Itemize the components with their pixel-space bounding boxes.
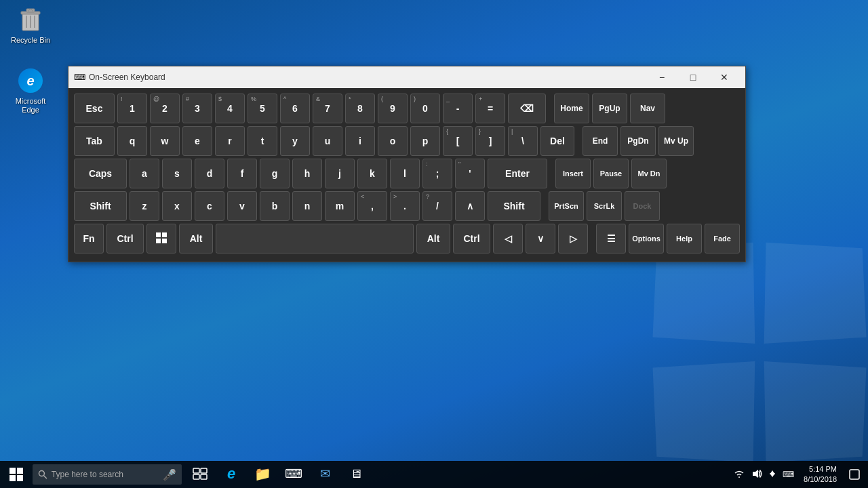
key-2[interactable]: @2 <box>150 94 180 123</box>
key-ctrl-left[interactable]: Ctrl <box>106 224 144 253</box>
key-lbracket[interactable]: {[ <box>443 126 473 156</box>
taskbar-app-mail[interactable]: ✉ <box>309 461 340 488</box>
key-left[interactable]: ◁ <box>493 224 523 253</box>
key-z[interactable]: z <box>130 191 159 221</box>
key-f[interactable]: f <box>227 159 257 188</box>
taskbar-notification-center[interactable] <box>844 461 865 488</box>
key-down[interactable]: ∨ <box>526 224 555 253</box>
key-tab[interactable]: Tab <box>74 126 115 156</box>
taskbar-clock[interactable]: 5:14 PM 8/10/2018 <box>798 464 842 485</box>
key-space[interactable] <box>216 224 414 253</box>
key-a[interactable]: a <box>130 159 159 188</box>
tray-network-icon[interactable] <box>731 469 747 481</box>
desktop-icon-edge[interactable]: e Microsoft Edge <box>3 64 58 117</box>
key-caps[interactable]: Caps <box>74 159 127 188</box>
key-dock[interactable]: Dock <box>625 191 660 221</box>
taskbar-search-bar[interactable]: 🎤 <box>33 464 182 485</box>
key-insert[interactable]: Insert <box>555 159 591 188</box>
key-rbracket[interactable]: }] <box>475 126 505 156</box>
taskbar-app-other[interactable]: 🖥 <box>340 461 372 488</box>
key-minus[interactable]: _- <box>443 94 473 123</box>
key-j[interactable]: j <box>325 159 355 188</box>
key-ctrl-right[interactable]: Ctrl <box>453 224 490 253</box>
key-h[interactable]: h <box>292 159 322 188</box>
key-r[interactable]: r <box>215 126 245 156</box>
tray-keyboard-icon[interactable]: ⌨ <box>780 470 797 479</box>
key-3[interactable]: #3 <box>182 94 212 123</box>
key-0[interactable]: )0 <box>410 94 440 123</box>
key-semicolon[interactable]: :; <box>422 159 452 188</box>
key-q[interactable]: q <box>117 126 147 156</box>
osk-minimize-button[interactable]: − <box>646 66 677 88</box>
osk-close-button[interactable]: ✕ <box>709 66 740 88</box>
key-mvdn[interactable]: Mv Dn <box>631 159 667 188</box>
key-home[interactable]: Home <box>554 94 589 123</box>
start-button[interactable] <box>0 461 33 488</box>
key-fade[interactable]: Fade <box>705 224 740 253</box>
key-backspace[interactable]: ⌫ <box>508 94 546 123</box>
key-k[interactable]: k <box>357 159 387 188</box>
key-5[interactable]: %5 <box>248 94 277 123</box>
key-e[interactable]: e <box>182 126 212 156</box>
key-g[interactable]: g <box>260 159 290 188</box>
key-b[interactable]: b <box>260 191 290 221</box>
taskbar-app-osk[interactable]: ⌨ <box>278 461 309 488</box>
key-p[interactable]: p <box>410 126 440 156</box>
key-scrlk[interactable]: ScrLk <box>587 191 622 221</box>
key-6[interactable]: ^6 <box>280 94 310 123</box>
key-slash[interactable]: ?/ <box>422 191 452 221</box>
key-t[interactable]: t <box>248 126 277 156</box>
key-up[interactable]: ∧ <box>455 191 485 221</box>
key-w[interactable]: w <box>150 126 180 156</box>
key-shift-right[interactable]: Shift <box>488 191 540 221</box>
key-m[interactable]: m <box>325 191 355 221</box>
key-9[interactable]: (9 <box>378 94 408 123</box>
osk-maximize-button[interactable]: □ <box>677 66 709 88</box>
key-nav[interactable]: Nav <box>630 94 665 123</box>
key-help[interactable]: Help <box>667 224 702 253</box>
key-v[interactable]: v <box>227 191 257 221</box>
key-o[interactable]: o <box>378 126 408 156</box>
key-prtscn[interactable]: PrtScn <box>549 191 584 221</box>
tray-show-hidden[interactable] <box>766 469 778 481</box>
key-alt-right[interactable]: Alt <box>416 224 450 253</box>
key-menu[interactable]: ☰ <box>596 224 626 253</box>
key-fn[interactable]: Fn <box>74 224 104 253</box>
taskbar-app-explorer[interactable]: 📁 <box>247 461 278 488</box>
key-n[interactable]: n <box>292 191 322 221</box>
tray-volume-icon[interactable] <box>749 469 765 481</box>
key-1[interactable]: !1 <box>117 94 147 123</box>
key-right[interactable]: ▷ <box>558 224 588 253</box>
key-pause[interactable]: Pause <box>593 159 629 188</box>
key-l[interactable]: l <box>390 159 420 188</box>
key-4[interactable]: $4 <box>215 94 245 123</box>
desktop-icon-recycle-bin[interactable]: Recycle Bin <box>3 3 58 47</box>
key-pgup[interactable]: PgUp <box>592 94 627 123</box>
key-y[interactable]: y <box>280 126 310 156</box>
key-pgdn[interactable]: PgDn <box>620 126 656 156</box>
key-alt-left[interactable]: Alt <box>179 224 213 253</box>
key-end[interactable]: End <box>583 126 618 156</box>
key-esc[interactable]: Esc <box>74 94 115 123</box>
key-options[interactable]: Options <box>629 224 664 253</box>
key-period[interactable]: >. <box>390 191 420 221</box>
key-s[interactable]: s <box>162 159 192 188</box>
key-u[interactable]: u <box>313 126 342 156</box>
key-mvup[interactable]: Mv Up <box>658 126 694 156</box>
key-backslash[interactable]: |\ <box>508 126 538 156</box>
key-del[interactable]: Del <box>540 126 574 156</box>
key-x[interactable]: x <box>162 191 192 221</box>
search-input[interactable] <box>52 470 159 479</box>
key-enter[interactable]: Enter <box>488 159 547 188</box>
key-c[interactable]: c <box>195 191 224 221</box>
key-quote[interactable]: "' <box>455 159 485 188</box>
key-shift-left[interactable]: Shift <box>74 191 127 221</box>
taskbar-app-edge[interactable]: e <box>216 461 247 488</box>
key-7[interactable]: &7 <box>313 94 342 123</box>
key-8[interactable]: *8 <box>345 94 375 123</box>
key-i[interactable]: i <box>345 126 375 156</box>
taskbar-task-view[interactable] <box>184 461 216 488</box>
key-comma[interactable]: <, <box>357 191 387 221</box>
key-d[interactable]: d <box>195 159 224 188</box>
key-win[interactable] <box>146 224 176 253</box>
